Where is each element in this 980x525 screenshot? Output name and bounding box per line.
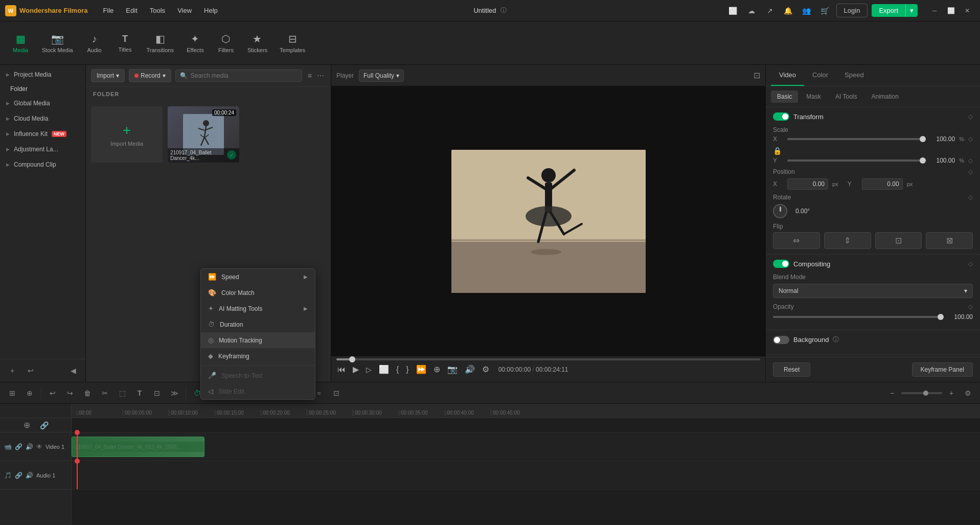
menu-file[interactable]: File xyxy=(98,5,119,16)
tl-delete-button[interactable]: 🗑 xyxy=(80,386,95,400)
tab-speed[interactable]: Speed xyxy=(836,65,872,86)
audio-vol-icon[interactable]: 🔊 xyxy=(26,472,33,479)
filter-icon[interactable]: ≡ xyxy=(306,70,313,81)
sidebar-item-compound-clip[interactable]: ▶ Compound Clip xyxy=(0,157,85,172)
export-dropdown-button[interactable]: ▾ xyxy=(905,4,918,17)
flip-h-button[interactable]: ⇔ xyxy=(773,232,820,249)
sidebar-item-folder[interactable]: Folder xyxy=(0,82,85,96)
link-track-button[interactable]: 🔗 xyxy=(37,418,52,432)
sidebar-item-global-media[interactable]: ▶ Global Media xyxy=(0,96,85,111)
tl-undo-button[interactable]: ↩ xyxy=(45,386,60,400)
menu-edit[interactable]: Edit xyxy=(121,5,142,16)
snapshot-button[interactable]: 📷 xyxy=(446,363,459,375)
position-y-input[interactable] xyxy=(862,178,903,190)
info-icon[interactable]: ⓘ xyxy=(500,6,507,15)
add-to-timeline-button[interactable]: ⊕ xyxy=(432,363,441,375)
tl-select-button[interactable]: ⊕ xyxy=(22,386,37,400)
playhead-audio[interactable] xyxy=(77,461,78,489)
record-button[interactable]: Record ▾ xyxy=(129,69,171,82)
menu-help[interactable]: Help xyxy=(199,5,223,16)
menu-tools[interactable]: Tools xyxy=(145,5,170,16)
audio-button[interactable]: 🔊 xyxy=(464,363,476,375)
sidebar-item-cloud-media[interactable]: ▶ Cloud Media xyxy=(0,111,85,126)
out-point-button[interactable]: } xyxy=(405,364,409,375)
lock-icon[interactable]: 🔒 xyxy=(773,147,782,155)
share-icon[interactable]: ↗ xyxy=(763,4,777,18)
cart-icon[interactable]: 🛒 xyxy=(818,4,832,18)
flip-v-button[interactable]: ⇕ xyxy=(824,232,871,249)
sidebar-item-project-media[interactable]: ▶ Project Media xyxy=(0,67,85,82)
collapse-sidebar-button[interactable]: ◀ xyxy=(66,363,80,378)
tl-transform-button[interactable]: ⊡ xyxy=(150,386,164,400)
tools-button[interactable]: ⚙ xyxy=(481,363,490,375)
tl-redo-button[interactable]: ↪ xyxy=(63,386,77,400)
close-button[interactable]: ✕ xyxy=(960,4,975,18)
tl-more-button[interactable]: ≫ xyxy=(167,386,181,400)
add-track-button[interactable]: ⊕ xyxy=(20,418,34,432)
quality-select[interactable]: Full Quality ▾ xyxy=(359,70,404,82)
maximize-button[interactable]: ⬜ xyxy=(943,4,959,18)
opacity-keyframe[interactable]: ◇ xyxy=(968,303,973,310)
tool-media[interactable]: ▦ Media xyxy=(5,29,36,57)
tl-cut-button[interactable]: ✂ xyxy=(98,386,112,400)
add-folder-button[interactable]: + xyxy=(5,363,19,378)
tool-audio[interactable]: ♪ Audio xyxy=(79,29,110,57)
stop-button[interactable]: ⬜ xyxy=(378,363,390,375)
subtab-animation[interactable]: Animation xyxy=(865,90,904,103)
login-button[interactable]: Login xyxy=(836,4,868,17)
transform-keyframe-button[interactable]: ◇ xyxy=(968,113,973,120)
keyframe-panel-button[interactable]: Keyframe Panel xyxy=(912,362,973,377)
tab-video[interactable]: Video xyxy=(771,65,804,86)
more-icon[interactable]: ⋯ xyxy=(315,70,326,81)
compositing-keyframe-button[interactable]: ◇ xyxy=(968,260,973,267)
tool-transitions[interactable]: ◧ Transitions xyxy=(141,29,180,57)
zoom-in-button[interactable]: + xyxy=(944,386,959,400)
export-main-button[interactable]: Export xyxy=(872,4,905,17)
tool-effects[interactable]: ✦ Effects xyxy=(180,29,211,57)
scale-x-slider[interactable] xyxy=(787,138,923,140)
zoom-out-button[interactable]: − xyxy=(885,386,899,400)
ctx-color-match[interactable]: 🎨 Color Match xyxy=(201,285,315,301)
tool-titles[interactable]: T Titles xyxy=(110,30,141,57)
opacity-slider[interactable] xyxy=(773,316,941,318)
ctx-keyframing[interactable]: ◆ Keyframing xyxy=(201,348,315,364)
import-button[interactable]: Import ▾ xyxy=(91,69,125,82)
reset-button[interactable]: Reset xyxy=(773,362,810,377)
link-icon[interactable]: 🔗 xyxy=(15,443,22,450)
play-forward-button[interactable]: ▷ xyxy=(365,364,373,375)
tl-screen-button[interactable]: ⊡ xyxy=(329,386,344,400)
progress-handle[interactable] xyxy=(349,356,355,362)
in-point-button[interactable]: { xyxy=(395,364,400,375)
menu-view[interactable]: View xyxy=(172,5,197,16)
video-clip[interactable]: 210917_04_Ballet Dancer_4k_013_4k_2500..… xyxy=(72,437,204,457)
background-info-icon[interactable]: ⓘ xyxy=(833,335,839,344)
eye-icon[interactable]: 👁 xyxy=(36,443,42,450)
cloud-icon[interactable]: ☁ xyxy=(744,4,759,18)
tool-stock-media[interactable]: 📷 Stock Media xyxy=(36,29,79,57)
position-x-input[interactable] xyxy=(787,178,828,190)
play-button[interactable]: ▶ xyxy=(352,363,360,375)
tool-stickers[interactable]: ★ Stickers xyxy=(241,29,274,57)
tl-grid-button[interactable]: ⊞ xyxy=(5,386,19,400)
fullscreen-button[interactable]: ⊡ xyxy=(754,71,760,80)
ctx-motion-tracking[interactable]: ◎ Motion Tracking xyxy=(201,332,315,348)
tl-settings-button[interactable]: ⚙ xyxy=(961,386,975,400)
tab-color[interactable]: Color xyxy=(804,65,836,86)
flip-btn-3[interactable]: ⊡ xyxy=(875,232,922,249)
tool-filters[interactable]: ⬡ Filters xyxy=(211,29,241,57)
sidebar-item-adjustment[interactable]: ▶ Adjustment La... xyxy=(0,142,85,157)
scale-y-keyframe[interactable]: ◇ xyxy=(968,157,973,164)
audio-icon[interactable]: 🔊 xyxy=(26,443,33,450)
tl-text-button[interactable]: T xyxy=(132,386,147,400)
people-icon[interactable]: 👥 xyxy=(800,4,814,18)
notification-icon[interactable]: 🔔 xyxy=(781,4,795,18)
zoom-handle[interactable] xyxy=(923,391,928,396)
blend-mode-select[interactable]: Normal ▾ xyxy=(773,284,973,298)
scale-y-slider[interactable] xyxy=(787,159,923,162)
send-forward-button[interactable]: ⏩ xyxy=(415,363,427,375)
progress-bar[interactable] xyxy=(336,358,760,360)
scale-x-keyframe[interactable]: ◇ xyxy=(968,135,973,143)
background-toggle[interactable] xyxy=(773,336,789,344)
import-media-item[interactable]: + Import Media xyxy=(91,106,163,163)
ctx-ai-matting[interactable]: ✦ AI Matting Tools ▶ xyxy=(201,301,315,316)
